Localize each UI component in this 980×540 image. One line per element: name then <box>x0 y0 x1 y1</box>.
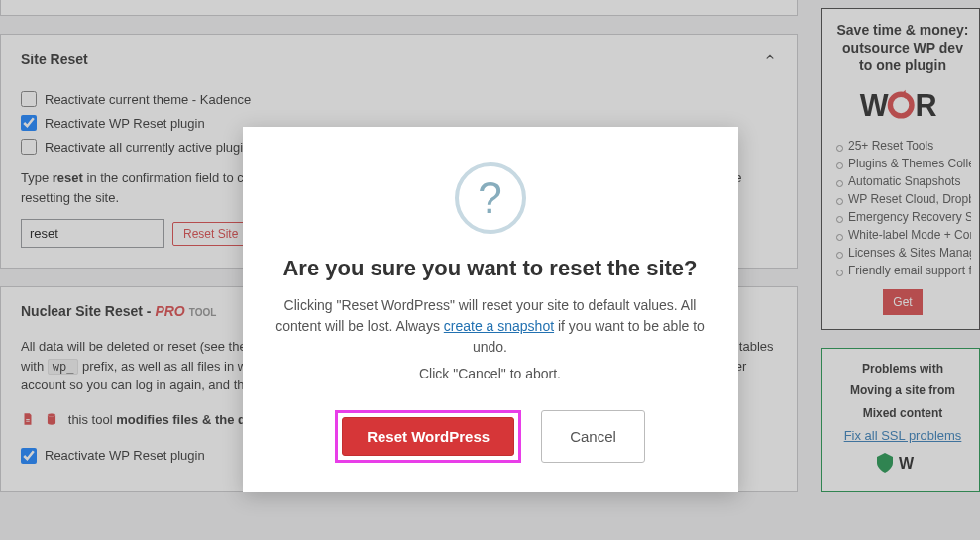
cancel-button[interactable]: Cancel <box>541 410 645 463</box>
modal-body-1: Clicking "Reset WordPress" will reset yo… <box>271 295 710 358</box>
modal-overlay[interactable]: ? Are you sure you want to reset the sit… <box>0 0 980 540</box>
modal-title: Are you sure you want to reset the site? <box>271 256 710 281</box>
modal-snapshot-link[interactable]: create a snapshot <box>444 318 554 334</box>
question-icon: ? <box>455 162 526 234</box>
reset-wordpress-button[interactable]: Reset WordPress <box>342 417 514 456</box>
highlight-annotation: Reset WordPress <box>335 410 521 463</box>
modal-body-2: Click "Cancel" to abort. <box>271 364 710 384</box>
modal-actions: Reset WordPress Cancel <box>271 410 710 463</box>
confirm-modal: ? Are you sure you want to reset the sit… <box>243 127 738 492</box>
